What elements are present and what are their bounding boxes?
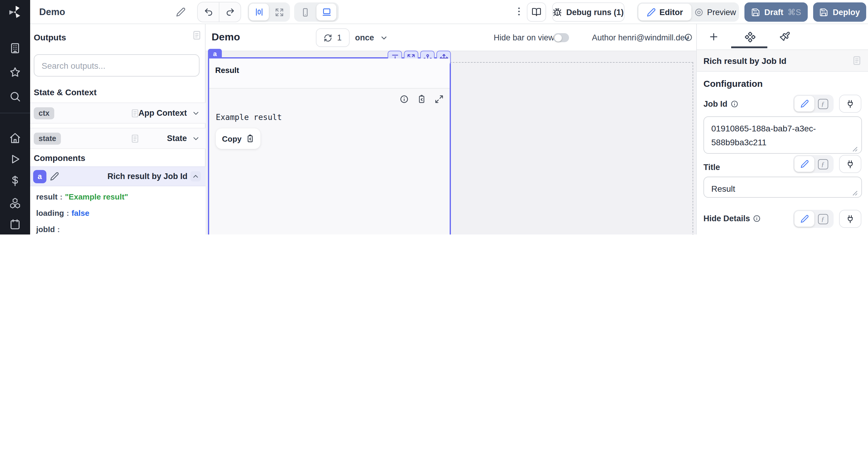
connect-plug-icon[interactable] — [839, 210, 861, 228]
windmill-app-editor: Demo — [0, 0, 868, 234]
settings-doc-icon[interactable] — [852, 56, 862, 66]
top-toolbar: Demo — [30, 0, 868, 24]
info-icon[interactable] — [753, 215, 761, 222]
component-name: Rich result by Job Id — [107, 172, 187, 181]
ctx-badge: ctx — [34, 107, 54, 119]
author-label: Author henri@windmill.dev — [592, 33, 689, 42]
editor-preview-segment: Editor Preview — [637, 2, 739, 22]
resources-cubes-icon[interactable] — [9, 197, 21, 209]
desktop-view-button[interactable] — [316, 4, 336, 21]
docs-book-button[interactable] — [527, 2, 546, 22]
info-icon[interactable] — [400, 95, 409, 104]
refresh-mode-select[interactable]: once — [355, 33, 374, 42]
function-icon[interactable]: ƒ — [814, 211, 831, 227]
state-label: State — [167, 134, 187, 143]
search-outputs-input[interactable] — [34, 54, 199, 76]
tab-editor[interactable]: Editor — [638, 4, 691, 21]
static-pencil-icon[interactable] — [795, 211, 814, 227]
info-icon[interactable] — [731, 100, 738, 108]
refresh-count: 1 — [337, 33, 341, 42]
debug-runs-label: Debug runs (1) — [566, 7, 624, 17]
prop-result: result : "Example result" — [36, 192, 128, 201]
draft-save-button[interactable]: Draft ⌘S — [744, 2, 808, 22]
job-id-label: Job Id — [704, 99, 738, 108]
state-row[interactable]: state State — [30, 128, 206, 149]
debug-runs-button[interactable]: Debug runs (1) — [552, 2, 624, 22]
clipboard-icon[interactable] — [417, 95, 426, 104]
hide-bar-label: Hide bar on view — [494, 33, 554, 42]
chevron-down-icon[interactable] — [192, 134, 200, 143]
redo-button[interactable] — [219, 2, 241, 22]
deploy-button[interactable]: Deploy — [813, 2, 866, 22]
function-icon[interactable]: ƒ — [814, 96, 831, 112]
tab-preview[interactable]: Preview — [692, 4, 738, 21]
chevron-up-icon[interactable] — [190, 171, 201, 182]
connect-plug-icon[interactable] — [839, 95, 861, 113]
ctx-row[interactable]: ctx App Context — [30, 102, 206, 124]
canvas-area: Demo 1 once Hide bar on view Author henr… — [206, 24, 696, 234]
title-mode-segment: ƒ — [793, 155, 834, 173]
connect-plug-icon[interactable] — [839, 155, 861, 173]
runs-play-icon[interactable] — [9, 153, 21, 165]
function-icon[interactable]: ƒ — [814, 156, 831, 172]
tab-styling-brush-icon[interactable] — [777, 29, 793, 44]
ctx-label: App Context — [138, 108, 187, 118]
outputs-doc-icon[interactable] — [192, 30, 202, 40]
canvas-grid[interactable]: a Result — [206, 51, 696, 234]
static-pencil-icon[interactable] — [795, 156, 814, 172]
component-a-tab[interactable]: a — [208, 49, 222, 59]
canvas-header: Demo 1 once Hide bar on view Author henr… — [206, 24, 696, 51]
bug-icon — [553, 7, 562, 17]
favorites-star-icon[interactable] — [9, 66, 21, 79]
active-tab-underline — [731, 46, 767, 48]
component-a[interactable]: a Result — [208, 57, 451, 234]
job-id-textarea[interactable]: 01910865-188a-bab7-a3ec-588b9ba3c211 — [704, 116, 862, 154]
rail-divider — [0, 113, 30, 113]
draft-shortcut: ⌘S — [787, 7, 801, 17]
info-icon[interactable] — [684, 33, 692, 41]
hide-details-mode-segment: ƒ — [793, 210, 834, 228]
undo-redo-group — [197, 2, 241, 22]
rename-pencil-icon[interactable] — [50, 172, 59, 181]
outputs-heading: Outputs — [34, 33, 66, 42]
hide-details-label: Hide Details — [704, 214, 761, 223]
result-actions — [400, 95, 444, 104]
chevron-down-icon[interactable] — [380, 34, 388, 42]
tab-insert-plus-icon[interactable] — [706, 29, 721, 44]
state-badge: state — [34, 133, 61, 145]
hide-bar-toggle[interactable] — [553, 33, 569, 42]
variables-dollar-icon[interactable] — [9, 175, 21, 187]
edit-title-pencil-icon[interactable] — [176, 7, 186, 17]
state-context-heading: State & Context — [34, 87, 96, 97]
left-rail — [0, 0, 30, 234]
mobile-view-button[interactable] — [296, 4, 315, 21]
workspace-building-icon[interactable] — [9, 42, 21, 54]
configuration-heading: Configuration — [704, 79, 763, 89]
home-icon[interactable] — [9, 132, 21, 144]
windmill-logo-icon[interactable] — [7, 4, 23, 20]
save-floppy-icon — [751, 7, 760, 17]
tab-settings-component-icon[interactable] — [742, 29, 758, 44]
undo-button[interactable] — [198, 2, 219, 22]
component-result-header: Result — [209, 59, 450, 89]
static-pencil-icon[interactable] — [795, 96, 814, 112]
search-icon[interactable] — [9, 90, 21, 102]
refresh-count-button[interactable]: 1 — [316, 28, 350, 47]
settings-header: Rich result by Job Id — [697, 50, 868, 72]
component-row-a[interactable]: a Rich result by Job Id — [30, 166, 206, 186]
component-props: result : "Example result" loading : fals… — [30, 186, 206, 234]
chevron-down-icon[interactable] — [192, 109, 200, 118]
state-doc-icon[interactable] — [130, 134, 140, 144]
full-width-layout-button[interactable] — [270, 4, 289, 21]
more-menu-icon[interactable] — [514, 6, 524, 17]
result-body-text: Example result — [216, 113, 282, 122]
outputs-panel: Outputs State & Context ctx App Context … — [30, 24, 206, 234]
maximize-icon[interactable] — [435, 95, 444, 104]
deploy-floppy-icon — [819, 7, 829, 17]
device-mode-segment — [294, 2, 339, 22]
copy-result-button[interactable]: Copy — [216, 128, 260, 149]
schedules-calendar-icon[interactable] — [9, 218, 21, 230]
centered-layout-button[interactable] — [249, 4, 269, 21]
title-textarea[interactable]: Result — [704, 177, 862, 198]
clipboard-icon — [246, 134, 254, 143]
